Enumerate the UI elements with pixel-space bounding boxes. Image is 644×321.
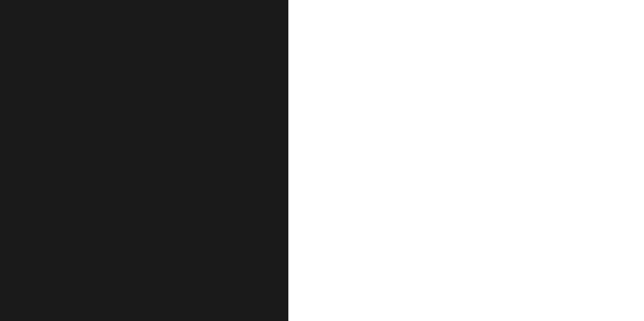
diagram-panel xyxy=(288,0,644,321)
terminal-panel xyxy=(0,0,288,321)
